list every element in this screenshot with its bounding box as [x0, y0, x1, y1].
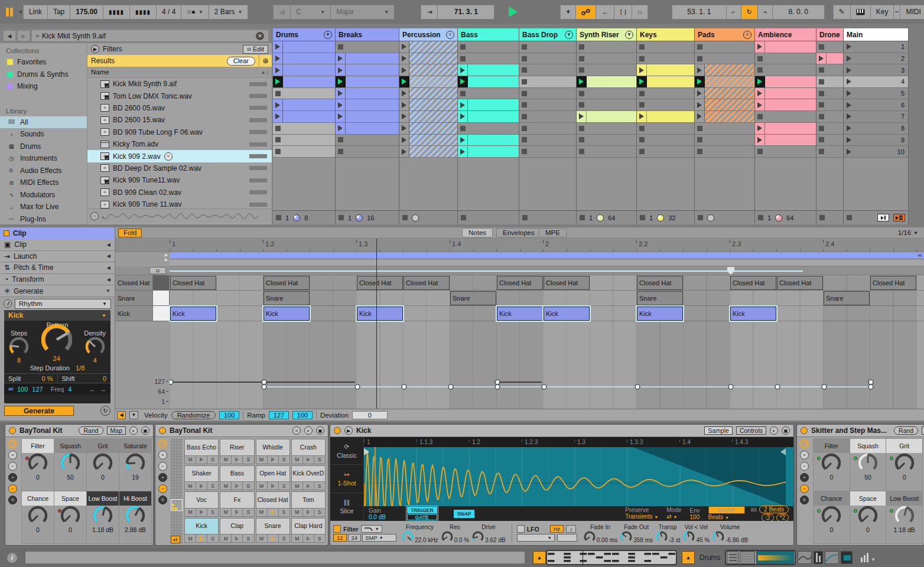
- clip-stop-icon[interactable]: [639, 126, 645, 131]
- pad-solo-button[interactable]: S: [279, 456, 289, 464]
- macro-low-boost[interactable]: Low Boost1.18 dB: [87, 491, 119, 543]
- file-row[interactable]: ılı✓Kick 909 Tune11.wav: [87, 174, 272, 186]
- deviation-value[interactable]: 0: [352, 411, 388, 419]
- macro-knob[interactable]: [125, 506, 145, 527]
- knob-value[interactable]: 358 ms: [633, 537, 653, 543]
- automation-arm-button[interactable]: ○: [632, 5, 648, 19]
- clip-slot[interactable]: [458, 64, 519, 76]
- clip-slot[interactable]: [816, 111, 843, 123]
- clip-stop-icon[interactable]: [819, 67, 824, 73]
- knob-dial[interactable]: [620, 530, 633, 543]
- knob-value[interactable]: 22.0 kHz: [415, 537, 438, 543]
- clip-slot[interactable]: [755, 88, 816, 100]
- section-clip[interactable]: ▣Clip◀: [0, 239, 115, 251]
- clip-launch-icon[interactable]: [458, 99, 468, 110]
- file-row[interactable]: ılı✓Kick Mkit Synth 9.aif: [87, 78, 272, 90]
- clip-slot[interactable]: [695, 99, 754, 111]
- eq-thumbnail[interactable]: [798, 551, 812, 564]
- macro-variations-icon[interactable]: ↺: [8, 439, 17, 448]
- clip-slot[interactable]: [399, 41, 457, 53]
- track-header[interactable]: Bass: [458, 28, 519, 41]
- knob-dial[interactable]: [28, 506, 48, 526]
- macro-space[interactable]: Space0: [54, 491, 86, 543]
- clip-slot[interactable]: [519, 76, 576, 88]
- file-row[interactable]: ılıBD 909 Tube Long F 06.wav: [87, 126, 272, 138]
- track-stop-button[interactable]: [580, 215, 585, 220]
- clip-launch-icon[interactable]: [637, 76, 647, 87]
- clip-scroll-indicator[interactable]: [170, 271, 803, 272]
- loop-length-field[interactable]: 8. 0. 0: [773, 5, 825, 19]
- drum-pad-shaker[interactable]: ShakerMS: [184, 465, 219, 491]
- track-list-menu-icon[interactable]: ≡: [743, 31, 751, 39]
- clip-stop-icon[interactable]: [522, 44, 527, 50]
- macro-chance[interactable]: Chance0: [22, 491, 54, 543]
- clip-body[interactable]: [765, 123, 816, 134]
- clip-body[interactable]: [647, 76, 694, 87]
- clip-body[interactable]: [705, 99, 754, 110]
- clip-launch-icon[interactable]: [336, 99, 346, 110]
- clip-slot[interactable]: [577, 99, 636, 111]
- velocity-marker[interactable]: [775, 384, 780, 389]
- clip-launch-icon[interactable]: [399, 135, 409, 146]
- track-header[interactable]: Main: [844, 28, 908, 41]
- knob-dial[interactable]: [93, 506, 113, 526]
- shift-value[interactable]: 0: [103, 375, 106, 382]
- drum-pad-voc[interactable]: VocMS: [184, 491, 219, 517]
- clip-stop-icon[interactable]: [639, 91, 645, 96]
- pad-solo-button[interactable]: S: [243, 482, 253, 490]
- clip-stop-icon[interactable]: [819, 149, 824, 154]
- loop-pin-icon[interactable]: Ω: [149, 267, 166, 274]
- rand-button[interactable]: Rand: [894, 426, 918, 435]
- chain-list-icon[interactable]: ≡: [800, 496, 809, 504]
- midi-note-closed_hat[interactable]: Closed Hat: [730, 276, 776, 290]
- clip-launch-icon[interactable]: [399, 64, 409, 76]
- lfo-shape-menu[interactable]: ▼: [517, 534, 555, 542]
- velocity-marker[interactable]: [448, 384, 453, 389]
- hide-devices-icon[interactable]: −: [800, 484, 809, 493]
- lane-collapse-button[interactable]: ◀: [117, 411, 126, 419]
- midi-note-kick[interactable]: Kick: [497, 307, 543, 321]
- pattern-knob-value[interactable]: 24: [53, 355, 60, 362]
- warp-mode-menu[interactable]: Beats ▼: [708, 514, 745, 521]
- file-row[interactable]: Kicky Tom.adv: [87, 138, 272, 150]
- clip-slot[interactable]: [816, 64, 843, 76]
- clip-slot[interactable]: [336, 135, 399, 146]
- device-activator-led[interactable]: [801, 427, 808, 434]
- hide-devices-icon[interactable]: −: [158, 484, 167, 493]
- clip-slot[interactable]: [273, 123, 335, 135]
- midi-note-closed_hat[interactable]: Closed Hat: [777, 276, 823, 290]
- velocity-marker[interactable]: [170, 380, 173, 384]
- pad-mute-button[interactable]: M: [292, 509, 303, 516]
- trigger-button[interactable]: TRIGGER: [407, 507, 437, 513]
- close-icon[interactable]: ✕: [256, 32, 264, 40]
- pad-solo-button[interactable]: S: [207, 482, 218, 490]
- clip-slot[interactable]: [695, 123, 754, 135]
- knob-dial[interactable]: [401, 530, 414, 543]
- warp-half-button[interactable]: :2: [762, 514, 773, 521]
- nudge-down-button[interactable]: ▮▮▮▮: [103, 5, 130, 19]
- macro-grit[interactable]: Grit0: [87, 439, 119, 491]
- clip-slot[interactable]: [336, 111, 399, 123]
- clip-slot[interactable]: [458, 88, 519, 100]
- clip-slot[interactable]: [399, 123, 457, 135]
- clip-body[interactable]: [409, 99, 457, 110]
- clip-body[interactable]: [346, 111, 399, 122]
- macro-filter[interactable]: Filter0: [814, 439, 850, 491]
- macro-knob[interactable]: [894, 506, 915, 527]
- warp-double-button[interactable]: *2: [776, 514, 789, 521]
- steps-knob[interactable]: Steps8: [9, 330, 29, 364]
- clip-launch-icon[interactable]: [458, 135, 468, 146]
- clip-slot[interactable]: [816, 135, 843, 146]
- loop-scroll-right-icon[interactable]: ≪: [918, 253, 922, 258]
- clip-slot[interactable]: [458, 123, 519, 135]
- hot-swap-icon[interactable]: ≈: [164, 152, 173, 161]
- midi-note-kick[interactable]: Kick: [730, 307, 776, 321]
- track-header[interactable]: Percussion≡: [399, 28, 457, 41]
- midi-note-closed_hat[interactable]: Closed Hat: [497, 276, 543, 290]
- knob-value[interactable]: 0.0 %: [454, 537, 470, 543]
- grid-resolution-menu[interactable]: 1/16▼: [898, 229, 918, 236]
- knob-dial[interactable]: [85, 337, 105, 357]
- clip-stop-icon[interactable]: [579, 102, 584, 107]
- macro-low-boost[interactable]: Low Boost1.18 dB: [886, 491, 922, 543]
- tab-mpe[interactable]: MPE: [539, 228, 567, 237]
